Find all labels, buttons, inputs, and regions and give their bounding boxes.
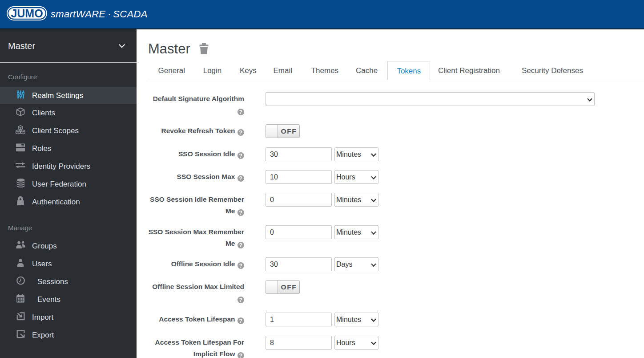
svg-text:JUMO: JUMO xyxy=(11,7,43,20)
